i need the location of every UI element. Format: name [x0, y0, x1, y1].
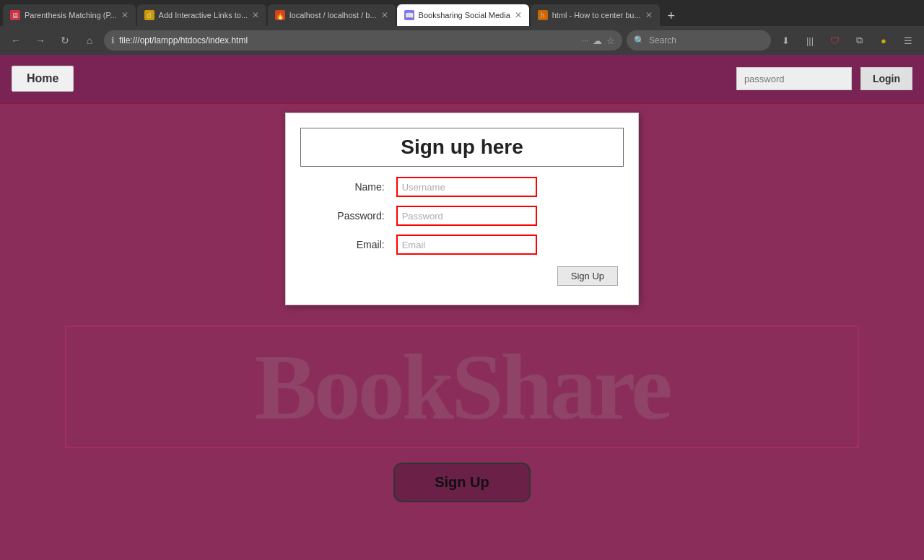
tab-label-1: Parenthesis Matching (P...	[25, 11, 117, 19]
tab-icon-2: d	[144, 10, 154, 20]
login-password-input[interactable]	[736, 67, 852, 90]
reload-button[interactable]: ↻	[55, 30, 75, 51]
back-button[interactable]: ←	[6, 30, 26, 51]
signup-modal: Sign up here Name: Password: Email:	[285, 113, 639, 305]
username-input[interactable]	[396, 177, 537, 197]
tab-icon-1: 🖥	[10, 10, 20, 20]
tab-2[interactable]: d Add Interactive Links to... ✕	[137, 4, 267, 26]
tab-label-3: localhost / localhost / b...	[289, 11, 376, 19]
name-row: Name:	[300, 172, 624, 201]
tab-icon-5: h	[538, 10, 548, 20]
tab-close-3[interactable]: ✕	[381, 10, 388, 20]
bookshare-container: BookShare	[65, 325, 859, 448]
login-button[interactable]: Login	[860, 67, 912, 90]
password-input-cell	[391, 201, 624, 230]
signup-title: Sign up here	[300, 128, 624, 167]
tab-icon-4: 📖	[404, 10, 414, 20]
profile-icon[interactable]: ●	[873, 30, 894, 51]
new-tab-button[interactable]: +	[661, 6, 681, 26]
email-row: Email:	[300, 230, 624, 259]
page-content: Home Login Sign up here Name: Password:	[0, 55, 924, 560]
browser-chrome: 🖥 Parenthesis Matching (P... ✕ d Add Int…	[0, 0, 924, 55]
address-bar[interactable]: ℹ file:///opt/lampp/htdocs/index.html ··…	[104, 30, 622, 51]
email-input[interactable]	[396, 235, 537, 255]
main-area: Sign up here Name: Password: Email:	[0, 104, 924, 560]
signup-modal-button[interactable]: Sign Up	[557, 266, 618, 286]
info-icon: ℹ	[111, 35, 115, 45]
tab-close-1[interactable]: ✕	[121, 10, 128, 20]
tab-label-4: Booksharing Social Media	[419, 11, 510, 19]
nav-icons: ⬇ ||| 🛡 ⧉ ● ☰	[775, 30, 918, 51]
tab-label-2: Add Interactive Links to...	[159, 11, 248, 19]
tab-3[interactable]: 🔥 localhost / localhost / b... ✕	[268, 4, 395, 26]
nav-bar: ← → ↻ ⌂ ℹ file:///opt/lampp/htdocs/index…	[0, 26, 924, 55]
bookshare-text: BookShare	[254, 333, 670, 441]
tab-close-4[interactable]: ✕	[515, 10, 522, 20]
library-icon[interactable]: |||	[800, 30, 820, 51]
signup-btn-row: Sign Up	[300, 259, 624, 290]
signup-btn-cell: Sign Up	[300, 259, 624, 290]
home-button[interactable]: ⌂	[79, 30, 100, 51]
tab-4[interactable]: 📖 Booksharing Social Media ✕	[397, 4, 529, 26]
name-label: Name:	[300, 172, 391, 201]
site-header: Home Login	[0, 55, 924, 104]
tab-label-5: html - How to center bu...	[552, 11, 641, 19]
tab-5[interactable]: h html - How to center bu... ✕	[531, 4, 660, 26]
tab-bar: 🖥 Parenthesis Matching (P... ✕ d Add Int…	[0, 0, 924, 26]
pocket-icon: ☁	[593, 35, 602, 46]
tab-icon-3: 🔥	[275, 10, 285, 20]
tab-close-2[interactable]: ✕	[252, 10, 259, 20]
bookmark-icon: ☆	[606, 35, 615, 46]
adblock-icon[interactable]: 🛡	[824, 30, 845, 51]
home-nav-button[interactable]: Home	[12, 66, 74, 92]
tab-close-5[interactable]: ✕	[645, 10, 653, 20]
name-input-cell	[391, 172, 624, 201]
search-icon: 🔍	[634, 35, 645, 45]
search-bar[interactable]: 🔍	[627, 30, 771, 51]
address-text: file:///opt/lampp/htdocs/index.html	[119, 35, 578, 45]
download-icon[interactable]: ⬇	[775, 30, 796, 51]
email-input-cell	[391, 230, 624, 259]
password-label: Password:	[300, 201, 391, 230]
menu-icon[interactable]: ☰	[898, 30, 918, 51]
signup-form: Name: Password: Email:	[300, 172, 624, 290]
password-input[interactable]	[396, 206, 537, 226]
more-options-icon: ···	[582, 36, 588, 45]
tab-1[interactable]: 🖥 Parenthesis Matching (P... ✕	[3, 4, 136, 26]
forward-button[interactable]: →	[30, 30, 51, 51]
split-view-icon[interactable]: ⧉	[849, 30, 869, 51]
search-input[interactable]	[649, 35, 764, 45]
email-label: Email:	[300, 230, 391, 259]
password-row: Password:	[300, 201, 624, 230]
bottom-signup-button[interactable]: Sign Up	[393, 463, 531, 502]
